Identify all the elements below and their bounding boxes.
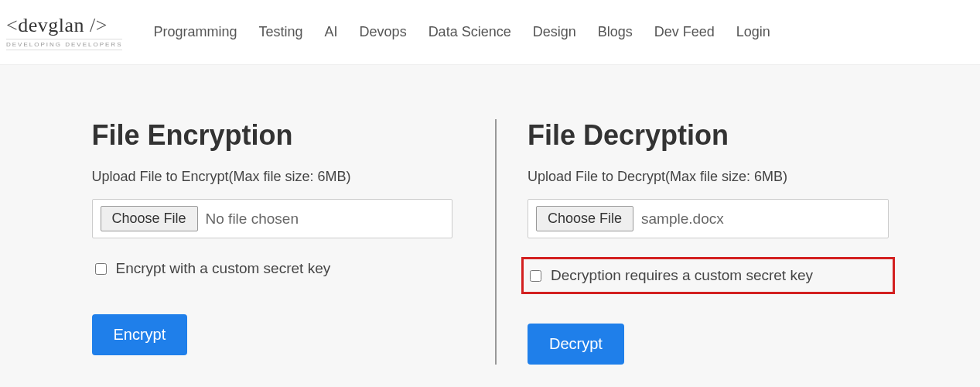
- encrypt-button[interactable]: Encrypt: [92, 314, 188, 355]
- panels-container: File Encryption Upload File to Encrypt(M…: [84, 119, 896, 365]
- decrypt-choose-file-button[interactable]: Choose File: [536, 206, 633, 231]
- nav-devops[interactable]: Devops: [360, 24, 407, 40]
- encrypt-choose-file-button[interactable]: Choose File: [101, 206, 198, 231]
- encrypt-file-input[interactable]: Choose File No file chosen: [92, 199, 453, 238]
- nav-programming[interactable]: Programming: [153, 24, 237, 40]
- decryption-subtitle: Upload File to Decrypt(Max file size: 6M…: [528, 169, 889, 185]
- main-nav: Programming Testing AI Devops Data Scien…: [153, 24, 770, 40]
- encrypt-custom-key-checkbox[interactable]: [95, 263, 107, 275]
- encrypt-custom-key-label: Encrypt with a custom secret key: [116, 260, 331, 277]
- header: <devglan /> DEVELOPING DEVELOPERS Progra…: [0, 0, 980, 65]
- logo-text: <devglan />: [6, 14, 122, 37]
- nav-dev-feed[interactable]: Dev Feed: [654, 24, 715, 40]
- decryption-panel: File Decryption Upload File to Decrypt(M…: [495, 119, 896, 365]
- nav-ai[interactable]: AI: [325, 24, 338, 40]
- encryption-panel: File Encryption Upload File to Encrypt(M…: [84, 119, 496, 365]
- nav-testing[interactable]: Testing: [259, 24, 303, 40]
- nav-data-science[interactable]: Data Science: [429, 24, 511, 40]
- encrypt-file-status: No file chosen: [206, 211, 299, 228]
- logo[interactable]: <devglan /> DEVELOPING DEVELOPERS: [6, 11, 122, 53]
- decrypt-button[interactable]: Decrypt: [528, 324, 624, 365]
- decrypt-file-input[interactable]: Choose File sample.docx: [528, 199, 889, 238]
- encryption-subtitle: Upload File to Encrypt(Max file size: 6M…: [92, 169, 453, 185]
- encryption-title: File Encryption: [92, 119, 453, 152]
- decrypt-custom-key-label: Decryption requires a custom secret key: [551, 267, 813, 284]
- main-content: File Encryption Upload File to Encrypt(M…: [0, 65, 980, 387]
- logo-tagline: DEVELOPING DEVELOPERS: [6, 39, 122, 50]
- nav-blogs[interactable]: Blogs: [598, 24, 633, 40]
- decrypt-custom-key-row: Decryption requires a custom secret key: [521, 257, 895, 294]
- encrypt-custom-key-row: Encrypt with a custom secret key: [92, 257, 453, 280]
- decryption-title: File Decryption: [528, 119, 889, 152]
- decrypt-file-status: sample.docx: [641, 211, 724, 228]
- nav-design[interactable]: Design: [533, 24, 576, 40]
- decrypt-custom-key-checkbox[interactable]: [530, 270, 541, 282]
- nav-login[interactable]: Login: [736, 24, 770, 40]
